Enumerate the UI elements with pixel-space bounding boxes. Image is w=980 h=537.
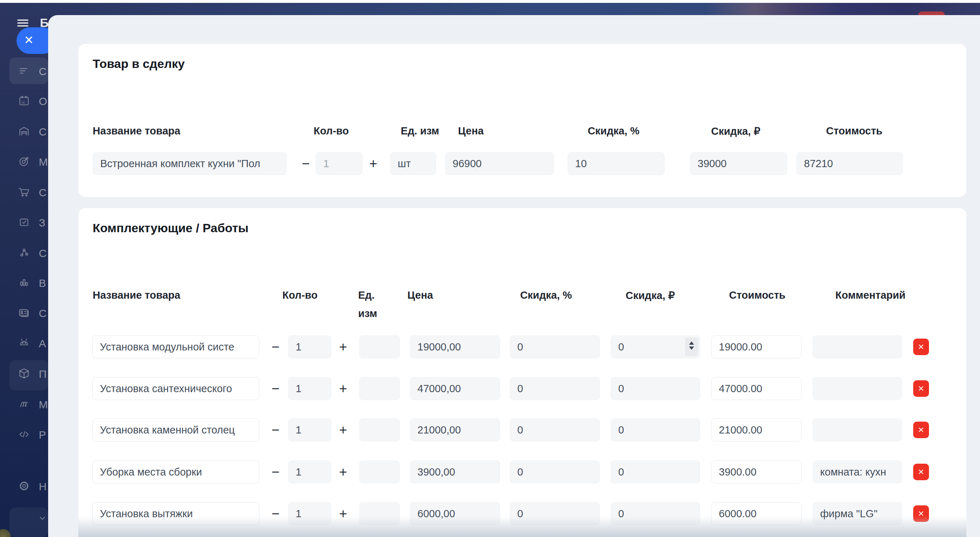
- unit-input[interactable]: [359, 418, 400, 441]
- delete-row-button[interactable]: ×: [913, 380, 929, 397]
- spinner-down-icon[interactable]: [689, 346, 694, 350]
- qty-increment-button[interactable]: +: [367, 152, 380, 175]
- qty-decrement-button[interactable]: −: [269, 335, 282, 359]
- qty-input[interactable]: [288, 418, 331, 441]
- discount-pct-input[interactable]: [510, 418, 600, 441]
- qty-increment-button[interactable]: +: [337, 377, 350, 400]
- col-header-unit-line2: изм: [358, 308, 377, 320]
- qty-decrement-button[interactable]: −: [269, 418, 282, 441]
- component-name-input[interactable]: [92, 461, 259, 483]
- comment-input[interactable]: [813, 418, 902, 441]
- component-name-input[interactable]: [92, 418, 259, 441]
- hamburger-menu-icon[interactable]: [17, 19, 29, 27]
- deal-product-modal: Товар в сделку Название товара Кол-во Ед…: [48, 15, 980, 537]
- price-input[interactable]: [445, 152, 554, 175]
- component-row: − + ×: [78, 377, 966, 400]
- qty-decrement-button[interactable]: −: [269, 377, 282, 400]
- code-icon[interactable]: [18, 428, 30, 440]
- col-header-name: Название товара: [93, 125, 180, 137]
- unit-input[interactable]: [359, 377, 400, 400]
- robot-icon[interactable]: [18, 337, 30, 349]
- qty-input[interactable]: [288, 377, 331, 400]
- component-row: − + ×: [78, 461, 966, 483]
- col-header-discount-pct: Скидка, %: [520, 289, 572, 301]
- discount-pct-input[interactable]: [510, 335, 600, 359]
- discount-pct-input[interactable]: [510, 377, 600, 400]
- qty-increment-button[interactable]: +: [337, 418, 350, 441]
- col-header-discount-rub: Скидка, ₽: [711, 125, 760, 137]
- product-name-input[interactable]: [93, 152, 287, 175]
- id-card-icon[interactable]: [18, 307, 30, 319]
- bottom-scroll-fade: [78, 516, 966, 537]
- discount-pct-input[interactable]: [568, 152, 665, 175]
- delete-row-button[interactable]: ×: [913, 464, 929, 480]
- unit-input[interactable]: [390, 152, 436, 175]
- components-card: Комплектующие / Работы Название товара К…: [78, 208, 966, 537]
- gear-icon[interactable]: [18, 480, 30, 492]
- package-icon[interactable]: [18, 367, 30, 379]
- warehouse-icon[interactable]: [18, 125, 30, 137]
- delete-row-button[interactable]: ×: [913, 422, 929, 438]
- col-header-price: Цена: [458, 125, 484, 137]
- calendar-icon[interactable]: [18, 94, 30, 107]
- col-header-qty: Кол-во: [313, 125, 349, 137]
- screen: Б × С О С М С З С В С А П М Р: [0, 0, 980, 537]
- discount-pct-input[interactable]: [510, 461, 600, 483]
- discount-rub-input[interactable]: [611, 418, 700, 441]
- col-header-qty: Кол-во: [282, 289, 318, 301]
- col-header-discount-pct: Скидка, %: [588, 125, 640, 137]
- col-header-price: Цена: [407, 289, 433, 301]
- cart-icon[interactable]: [18, 186, 30, 198]
- unit-input[interactable]: [359, 461, 400, 483]
- number-spinner[interactable]: [685, 338, 698, 356]
- chevron-down-icon[interactable]: [38, 514, 47, 523]
- close-icon: ×: [24, 32, 33, 48]
- qty-decrement-button[interactable]: −: [269, 461, 282, 483]
- col-header-unit: Ед. изм: [401, 125, 439, 137]
- delete-row-button[interactable]: ×: [913, 339, 929, 355]
- component-row: − + ×: [78, 335, 966, 359]
- unit-input[interactable]: [359, 335, 400, 359]
- col-header-cost: Стоимость: [826, 125, 883, 137]
- tasks-icon[interactable]: [18, 216, 30, 228]
- deal-product-title: Товар в сделку: [93, 57, 185, 71]
- deal-product-card: Товар в сделку Название товара Кол-во Ед…: [78, 44, 966, 197]
- cost-input[interactable]: [711, 461, 802, 483]
- discount-rub-input[interactable]: [690, 152, 787, 175]
- col-header-comment: Комментарий: [835, 289, 905, 301]
- qty-input[interactable]: [288, 335, 331, 359]
- qty-increment-button[interactable]: +: [337, 335, 350, 359]
- qty-input[interactable]: [288, 461, 331, 483]
- filter-icon[interactable]: [18, 65, 30, 77]
- share-icon[interactable]: [18, 247, 30, 259]
- comment-input[interactable]: [813, 335, 902, 359]
- price-input[interactable]: [410, 335, 500, 359]
- waves-icon[interactable]: [18, 398, 30, 410]
- app-top-bar: [0, 3, 980, 15]
- cost-input[interactable]: [711, 377, 802, 400]
- cost-input[interactable]: [711, 335, 802, 359]
- price-input[interactable]: [410, 418, 500, 441]
- qty-increment-button[interactable]: +: [337, 461, 350, 483]
- components-title: Комплектующие / Работы: [93, 221, 248, 235]
- discount-rub-input[interactable]: [611, 461, 700, 483]
- col-header-name: Название товара: [93, 289, 180, 301]
- discount-rub-input[interactable]: [611, 377, 700, 400]
- spinner-up-icon[interactable]: [689, 341, 694, 345]
- target-icon[interactable]: [18, 155, 30, 167]
- cost-input[interactable]: [711, 418, 802, 441]
- component-name-input[interactable]: [92, 377, 259, 400]
- qty-input[interactable]: [316, 152, 363, 175]
- comment-input[interactable]: [813, 461, 902, 483]
- cost-input[interactable]: [796, 152, 903, 175]
- component-row: − + ×: [78, 418, 966, 441]
- price-input[interactable]: [410, 377, 500, 400]
- component-name-input[interactable]: [92, 335, 259, 359]
- price-input[interactable]: [410, 461, 500, 483]
- col-header-discount-rub: Скидка, ₽: [626, 289, 675, 301]
- bar-chart-icon[interactable]: [18, 276, 30, 288]
- comment-input[interactable]: [813, 377, 902, 400]
- qty-decrement-button[interactable]: −: [299, 152, 312, 175]
- col-header-unit-line1: Ед.: [358, 289, 375, 301]
- col-header-cost: Стоимость: [729, 289, 786, 301]
